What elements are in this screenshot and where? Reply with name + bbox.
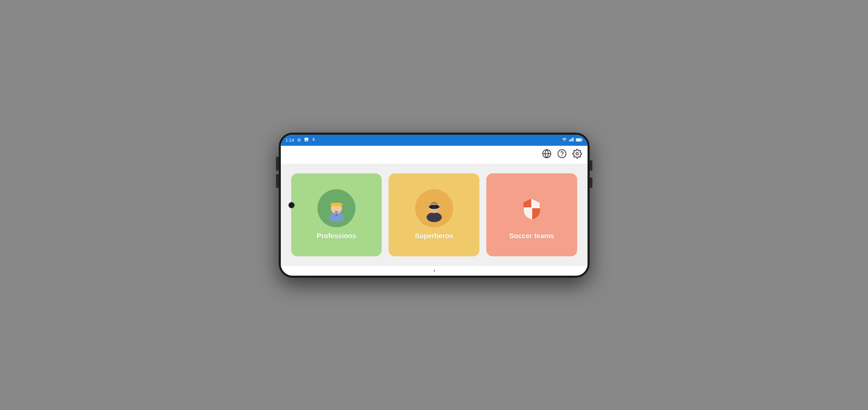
soccer-icon-circle — [513, 189, 551, 227]
superheros-card[interactable]: Superheros — [389, 173, 479, 256]
professions-icon-circle — [317, 189, 355, 227]
nav-bar — [281, 266, 588, 276]
volume-down-button[interactable] — [276, 174, 279, 188]
svg-point-20 — [430, 206, 433, 208]
status-bar: 1:14 ⚙ — [281, 135, 588, 146]
app-bar — [281, 146, 588, 164]
soccer-label: Soccer teams — [509, 232, 554, 240]
svg-point-18 — [427, 212, 442, 222]
camera — [288, 202, 295, 208]
svg-rect-3 — [573, 137, 573, 141]
svg-rect-6 — [582, 139, 582, 140]
svg-rect-1 — [570, 139, 571, 141]
back-nav-icon — [431, 268, 437, 274]
svg-rect-2 — [571, 138, 572, 141]
svg-point-9 — [558, 150, 566, 158]
shield-icon — [519, 196, 545, 221]
clock: 1:14 — [286, 137, 294, 143]
professions-card[interactable]: Professions — [291, 173, 382, 256]
status-right — [562, 137, 583, 143]
settings-status-icon: ⚙ — [297, 137, 301, 143]
mic-status-icon — [312, 137, 316, 143]
superhero-icon — [420, 194, 448, 222]
svg-rect-15 — [332, 203, 341, 206]
wifi-icon — [562, 137, 567, 143]
phone-screen: 1:14 ⚙ — [281, 135, 588, 276]
worker-icon — [323, 194, 350, 222]
phone-frame: 1:14 ⚙ — [279, 133, 590, 278]
svg-point-21 — [436, 206, 438, 208]
volume-up-button[interactable] — [276, 157, 279, 171]
svg-point-11 — [576, 152, 578, 155]
professions-label: Professions — [317, 232, 356, 240]
superheros-icon-circle — [415, 189, 453, 227]
signal-icon — [569, 137, 574, 143]
status-left: 1:14 ⚙ — [286, 137, 316, 143]
settings-button[interactable] — [572, 149, 582, 161]
help-button[interactable] — [557, 149, 567, 161]
soccer-card[interactable]: Soccer teams — [486, 173, 577, 256]
globe-button[interactable] — [542, 149, 552, 161]
power-button[interactable] — [590, 160, 592, 171]
right-button[interactable] — [590, 178, 592, 188]
battery-icon — [576, 137, 583, 143]
svg-rect-0 — [569, 140, 570, 141]
svg-rect-5 — [576, 139, 581, 141]
main-content: Professions — [281, 164, 588, 266]
superheros-label: Superheros — [415, 232, 453, 240]
image-status-icon — [304, 137, 309, 143]
